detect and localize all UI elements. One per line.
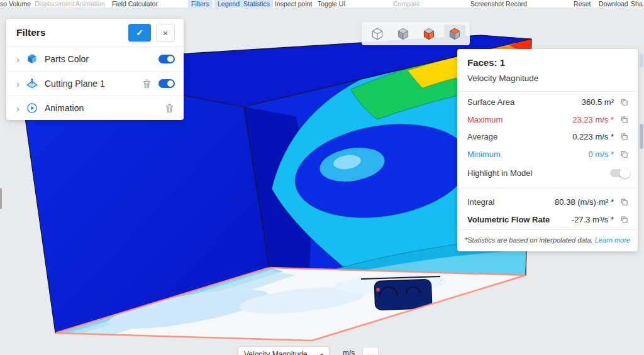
right-scrollbar-thumb[interactable] bbox=[640, 124, 643, 149]
cube-outline-icon bbox=[370, 26, 385, 41]
stat-row-volumetric-flow-rate: Volumetric Flow Rate -27.3 m³/s * bbox=[457, 211, 638, 229]
stat-row-maximum: Maximum 23.23 m/s * bbox=[457, 111, 638, 129]
unit-label: m/s bbox=[343, 349, 355, 355]
animation-play-icon bbox=[26, 102, 38, 114]
view-cube-section-button[interactable] bbox=[444, 25, 465, 43]
stat-row-integral: Integral 80.38 (m/s)·m² * bbox=[457, 194, 638, 211]
toolbar-item-inspect-point[interactable]: Inspect point bbox=[275, 0, 313, 8]
delete-animation-icon[interactable] bbox=[164, 103, 175, 114]
toolbar-item-share[interactable]: Sha bbox=[631, 0, 643, 8]
copy-icon[interactable] bbox=[619, 97, 629, 107]
chevron-right-icon[interactable]: › bbox=[16, 55, 19, 64]
copy-icon[interactable] bbox=[619, 215, 629, 224]
stat-value: 0.223 m/s * bbox=[572, 132, 614, 141]
filter-row-label: Cutting Plane 1 bbox=[45, 79, 105, 89]
stat-label: Integral bbox=[467, 197, 494, 207]
chevron-right-icon[interactable]: › bbox=[16, 79, 19, 89]
copy-icon[interactable] bbox=[619, 115, 629, 124]
stat-value: 23.23 m/s * bbox=[572, 115, 614, 124]
filter-row-label: Parts Color bbox=[45, 54, 89, 64]
learn-more-link[interactable]: Learn more bbox=[595, 236, 630, 244]
stat-row-surface-area: Surface Area 360.5 m² bbox=[457, 94, 638, 111]
filter-row-label: Animation bbox=[45, 103, 84, 113]
filter-row-animation[interactable]: › Animation bbox=[6, 96, 184, 120]
cutting-plane-icon bbox=[26, 77, 38, 90]
view-cube-solid-button[interactable] bbox=[392, 25, 414, 43]
toolbar-item-reset[interactable]: Reset bbox=[574, 0, 591, 8]
filters-panel: Filters ✓ × › Parts Color bbox=[6, 19, 184, 120]
toolbar-item-iso-volume[interactable]: so Volume bbox=[0, 0, 31, 8]
view-cube-clipped-button[interactable] bbox=[418, 25, 440, 43]
copy-icon[interactable] bbox=[619, 132, 629, 141]
cube-solid-icon bbox=[396, 26, 411, 41]
toolbar-item-compare[interactable]: Compare bbox=[393, 0, 420, 8]
toolbar-item-screenshot[interactable]: Screenshot bbox=[470, 0, 504, 8]
stat-label: Minimum bbox=[467, 150, 501, 159]
copy-icon[interactable] bbox=[619, 150, 629, 159]
toolbar-item-toggle-ui[interactable]: Toggle UI bbox=[318, 0, 345, 8]
stat-row-average: Average 0.223 m/s * bbox=[457, 128, 638, 146]
toolbar-item-record[interactable]: Record bbox=[506, 0, 527, 8]
close-icon: × bbox=[163, 28, 169, 38]
field-selector-button[interactable]: Velocity Magnitude ▾ bbox=[238, 346, 330, 355]
stat-value: 0 m/s * bbox=[589, 150, 614, 159]
stat-label: Highlight in Model bbox=[467, 168, 532, 178]
toolbar-item-filters[interactable]: Filters bbox=[188, 0, 213, 8]
check-icon: ✓ bbox=[136, 28, 143, 38]
viewport[interactable]: so Volume Displacement Animation Field C… bbox=[0, 0, 644, 355]
toolbar-item-download[interactable]: Download bbox=[599, 0, 628, 8]
toolbar-item-displacement[interactable]: Displacement bbox=[35, 0, 75, 8]
legend-more-button[interactable]: … bbox=[362, 347, 379, 355]
parts-color-toggle[interactable] bbox=[158, 55, 175, 63]
divider bbox=[457, 188, 638, 188]
footnote-text: *Statistics are based on interpolated da… bbox=[465, 236, 595, 244]
stat-value: 360.5 m² bbox=[582, 97, 614, 107]
cutting-plane-toggle[interactable] bbox=[158, 79, 175, 88]
chevron-right-icon[interactable]: › bbox=[16, 104, 19, 113]
cube-section-icon bbox=[447, 26, 462, 41]
stat-label: Volumetric Flow Rate bbox=[467, 215, 550, 224]
view-cube-outline-button[interactable] bbox=[367, 25, 388, 43]
statistics-panel: Faces: 1 Velocity Magnitude Surface Area… bbox=[457, 49, 638, 251]
stat-label: Maximum bbox=[467, 115, 502, 124]
stat-row-highlight: Highlight in Model bbox=[457, 163, 638, 183]
copy-icon[interactable] bbox=[619, 197, 629, 207]
cube-clipped-icon bbox=[421, 26, 436, 41]
apply-filters-button[interactable]: ✓ bbox=[128, 24, 151, 41]
filter-row-parts-color[interactable]: › Parts Color bbox=[6, 46, 184, 71]
floor-object bbox=[374, 279, 432, 310]
right-scrollbar-thumb-top[interactable] bbox=[640, 54, 643, 67]
delete-cutting-plane-icon[interactable] bbox=[142, 79, 152, 89]
toolbar-item-field-calculator[interactable]: Field Calculator bbox=[112, 0, 158, 8]
statistics-title: Faces: 1 bbox=[467, 57, 628, 68]
statistics-footnote: *Statistics are based on interpolated da… bbox=[457, 229, 638, 251]
toolbar-item-animation[interactable]: Animation bbox=[75, 0, 105, 8]
toolbar-item-statistics[interactable]: Statistics bbox=[240, 0, 273, 8]
filter-row-cutting-plane[interactable]: › Cutting Plane 1 bbox=[6, 71, 184, 96]
stat-label: Surface Area bbox=[467, 97, 514, 107]
stat-label: Average bbox=[467, 132, 497, 141]
highlight-in-model-toggle[interactable] bbox=[610, 169, 629, 177]
stat-row-minimum: Minimum 0 m/s * bbox=[457, 146, 638, 163]
field-selector-label: Velocity Magnitude bbox=[244, 350, 308, 355]
toolbar-item-legend[interactable]: Legend bbox=[214, 0, 243, 8]
filters-panel-title: Filters bbox=[16, 27, 46, 38]
legend-bar: Velocity Magnitude ▾ m/s … bbox=[238, 346, 379, 355]
chevron-down-icon: ▾ bbox=[320, 351, 323, 355]
parts-color-icon bbox=[26, 53, 38, 65]
left-edge-scrollbar[interactable] bbox=[0, 188, 2, 209]
statistics-header: Faces: 1 Velocity Magnitude bbox=[457, 49, 638, 91]
statistics-subtitle: Velocity Magnitude bbox=[467, 74, 628, 83]
ellipsis-icon: … bbox=[367, 349, 374, 355]
stat-value: 80.38 (m/s)·m² * bbox=[555, 197, 614, 207]
top-toolbar: so Volume Displacement Animation Field C… bbox=[0, 0, 644, 8]
close-filters-button[interactable]: × bbox=[156, 24, 175, 41]
filters-panel-header: Filters ✓ × bbox=[6, 19, 184, 46]
stat-value: -27.3 m³/s * bbox=[572, 215, 614, 224]
view-toolbar bbox=[362, 22, 470, 45]
